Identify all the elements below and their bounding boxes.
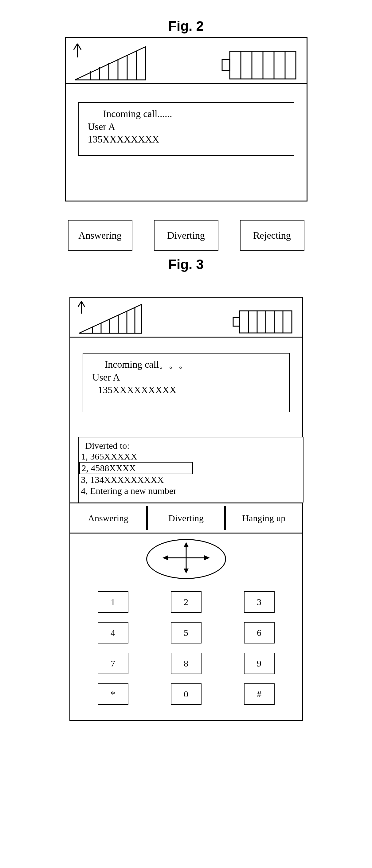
softkey-row: Answering Diverting Hanging up [70, 503, 302, 533]
key-2[interactable]: 2 [171, 591, 202, 613]
button-row: Answering Diverting Rejecting [65, 220, 308, 251]
dpad[interactable] [146, 539, 226, 579]
caller-name: User A [92, 371, 280, 384]
dpad-arrows-icon [160, 541, 212, 577]
battery-icon [221, 50, 297, 83]
divert-button[interactable]: Diverting [154, 220, 218, 251]
svg-marker-3 [75, 47, 146, 80]
popup-title: Diverted to: [85, 440, 302, 451]
svg-marker-38 [162, 555, 168, 560]
phone-screen: Incoming call...... User A 135XXXXXXXX [65, 37, 308, 202]
divert-option-2[interactable]: 2, 4588XXXX [79, 462, 193, 474]
key-8[interactable]: 8 [171, 653, 202, 674]
key-6[interactable]: 6 [244, 622, 275, 644]
divert-popup: Diverted to: 1, 365XXXXX 2, 4588XXXX 3, … [78, 437, 304, 502]
key-4[interactable]: 4 [98, 622, 128, 644]
key-star[interactable]: * [98, 683, 128, 705]
divert-option-3[interactable]: 3, 134XXXXXXXXX [79, 474, 302, 485]
key-7[interactable]: 7 [98, 653, 128, 674]
figure-3-phone: Incoming call。。。 User A 135XXXXXXXXX Div… [69, 297, 303, 721]
key-5[interactable]: 5 [171, 622, 202, 644]
signal-icon [76, 299, 144, 337]
key-hash[interactable]: # [244, 683, 275, 705]
battery-icon [232, 310, 293, 337]
reject-button[interactable]: Rejecting [240, 220, 304, 251]
key-1[interactable]: 1 [98, 591, 128, 613]
key-3[interactable]: 3 [244, 591, 275, 613]
keypad: 1 2 3 4 5 6 7 8 9 * 0 # [70, 582, 302, 720]
svg-line-1 [74, 43, 78, 50]
key-0[interactable]: 0 [171, 683, 202, 705]
softkey-divert[interactable]: Diverting [148, 503, 224, 533]
svg-marker-36 [184, 568, 189, 574]
svg-line-2 [78, 43, 81, 50]
softkey-answer[interactable]: Answering [70, 503, 146, 533]
svg-marker-20 [79, 304, 142, 333]
caller-number: 135XXXXXXXXX [98, 384, 280, 397]
svg-marker-39 [204, 555, 210, 560]
divert-option-1[interactable]: 1, 365XXXXX [79, 451, 302, 462]
softkey-hangup[interactable]: Hanging up [226, 503, 302, 533]
signal-icon [72, 40, 149, 83]
svg-rect-11 [222, 60, 230, 71]
incoming-call-box: Incoming call...... User A 135XXXXXXXX [78, 102, 294, 156]
caller-number: 135XXXXXXXX [88, 133, 284, 146]
figure-3-title: Fig. 3 [0, 257, 372, 272]
figure-2-title: Fig. 2 [0, 19, 372, 34]
dpad-row [70, 533, 302, 582]
status-bar [66, 38, 307, 84]
figure-2: Incoming call...... User A 135XXXXXXXX A… [65, 37, 308, 251]
call-status: Incoming call。。。 [105, 358, 280, 371]
svg-line-19 [82, 301, 85, 307]
key-9[interactable]: 9 [244, 653, 275, 674]
caller-name: User A [88, 120, 284, 133]
answer-button[interactable]: Answering [68, 220, 132, 251]
call-status: Incoming call...... [103, 107, 284, 120]
svg-line-18 [78, 301, 82, 307]
svg-marker-35 [184, 542, 189, 547]
incoming-call-box: Incoming call。。。 User A 135XXXXXXXXX [83, 353, 290, 412]
svg-rect-28 [233, 318, 240, 326]
divert-option-4[interactable]: 4, Entering a new number [79, 485, 302, 496]
status-bar [70, 298, 302, 338]
display-area: Incoming call。。。 User A 135XXXXXXXXX Div… [70, 338, 302, 503]
